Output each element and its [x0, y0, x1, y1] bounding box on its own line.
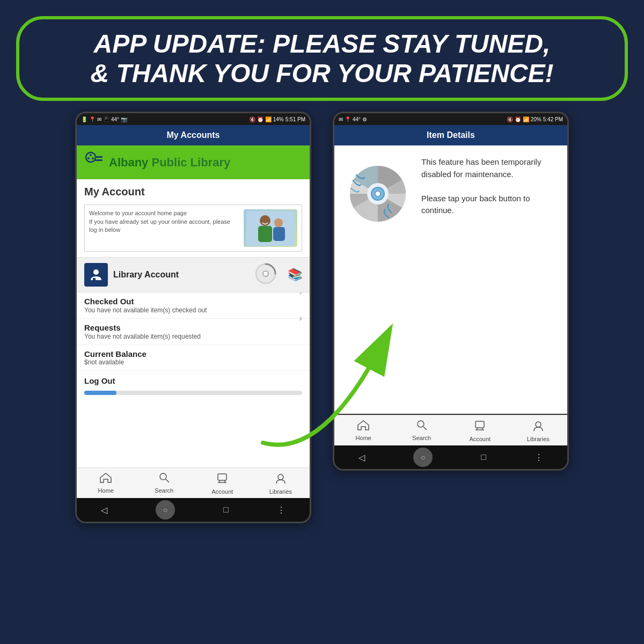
requests-desc: You have not available item(s) requested [84, 333, 302, 340]
svg-rect-10 [273, 227, 285, 241]
banner: APP UPDATE: PLEASE STAY TUNED, & THANK Y… [16, 16, 628, 101]
nav-home[interactable]: Home [77, 472, 135, 495]
right-nav-search[interactable]: Search [393, 420, 451, 442]
nav-libraries-label: Libraries [269, 488, 292, 495]
svg-point-0 [86, 152, 96, 162]
svg-point-26 [418, 421, 424, 427]
svg-rect-4 [95, 156, 103, 158]
balance-section: Current Balance $not available [77, 345, 310, 371]
alarm-icon: ⏰ [257, 116, 264, 122]
svg-point-2 [87, 157, 90, 159]
checked-out-title: Checked Out [84, 297, 134, 306]
left-phone: 🔋 📍 ✉ 📱 44° 📷 🔇 ⏰ 📶 14% 5:51 PM My Accou… [75, 112, 311, 523]
svg-point-25 [375, 191, 380, 196]
right-phone: ✉ 📍 44° ⚙ 🔇 ⏰ 📶 20% 5:42 PM Item Details [333, 112, 569, 471]
cd-icon-area [343, 156, 413, 226]
books-icon: 📚 [288, 268, 302, 282]
right-bottom-nav: Home Search Account Libraries [334, 415, 567, 445]
requests-chevron-icon: › [299, 313, 302, 323]
right-nav-account[interactable]: Account [451, 420, 509, 442]
balance-value: $not available [84, 358, 302, 366]
recents-button[interactable]: □ [223, 505, 229, 515]
balance-title: Current Balance [84, 349, 302, 358]
scrollbar-area [84, 391, 302, 395]
right-status-bar: ✉ 📍 44° ⚙ 🔇 ⏰ 📶 20% 5:42 PM [334, 113, 567, 125]
svg-point-9 [274, 218, 283, 227]
mail-icon: ✉ [97, 116, 101, 122]
right-back-button[interactable]: ◁ [358, 452, 365, 463]
scrollbar-thumb [84, 391, 116, 395]
left-bottom-nav: Home Search Account Libraries [77, 467, 310, 498]
right-nav-libraries-label: Libraries [527, 436, 550, 442]
phone-icon: 📱 [103, 116, 109, 122]
library-name: Albany Public Library [109, 156, 230, 170]
right-menu-button[interactable]: ⋮ [535, 452, 543, 463]
search-icon [159, 472, 170, 486]
left-app-header: My Accounts [77, 125, 310, 145]
right-nav-libraries[interactable]: Libraries [509, 420, 568, 442]
right-mute-icon: 🔇 [507, 116, 513, 122]
left-android-nav: ◁ ○ □ ⋮ [77, 498, 310, 522]
svg-rect-8 [258, 226, 272, 242]
camera-icon: 📷 [121, 116, 127, 122]
svg-point-21 [278, 474, 283, 480]
nav-libraries[interactable]: Libraries [252, 472, 310, 495]
svg-line-27 [423, 427, 427, 430]
right-alarm-icon: ⏰ [515, 116, 521, 122]
library-logo-icon [84, 151, 104, 174]
right-search-icon [416, 420, 427, 433]
phones-container: 🔋 📍 ✉ 📱 44° 📷 🔇 ⏰ 📶 14% 5:51 PM My Accou… [0, 112, 644, 523]
right-nav-search-label: Search [412, 435, 431, 441]
right-header-title: Item Details [427, 130, 475, 140]
svg-point-14 [263, 271, 268, 276]
left-phone-content: Albany Public Library My Account Welcome… [77, 145, 310, 467]
svg-point-1 [90, 154, 92, 156]
right-location-icon: 📍 [345, 116, 351, 122]
my-account-title: My Account [84, 186, 145, 197]
svg-point-15 [160, 473, 166, 480]
home-icon [100, 472, 112, 486]
nav-search[interactable]: Search [135, 472, 194, 495]
checked-out-section[interactable]: Checked Out › You have not available ite… [77, 292, 310, 319]
battery-icon: 🔋 [81, 116, 87, 122]
checked-out-desc: You have not available item(s) checked o… [84, 306, 302, 314]
right-app-header: Item Details [334, 125, 567, 145]
mute-icon: 🔇 [249, 116, 255, 122]
signal-icon: 📶 [265, 116, 272, 122]
library-logo-bar: Albany Public Library [77, 145, 310, 179]
svg-rect-12 [93, 278, 96, 282]
right-status-left: ✉ 📍 44° ⚙ [339, 116, 367, 122]
right-time-text: 5:42 PM [543, 116, 563, 122]
right-recents-button[interactable]: □ [481, 452, 486, 462]
time-text: 5:51 PM [286, 116, 305, 122]
battery-pct: 14% [273, 116, 284, 122]
right-settings-icon: ⚙ [362, 116, 367, 122]
banner-text: APP UPDATE: PLEASE STAY TUNED, & THANK Y… [41, 29, 603, 88]
nav-account[interactable]: Account [193, 472, 252, 495]
requests-section[interactable]: Requests › You have not available item(s… [77, 319, 310, 345]
library-account-icon [84, 263, 108, 287]
right-mail-icon: ✉ [339, 116, 343, 122]
banner-line1: APP UPDATE: PLEASE STAY TUNED, [94, 30, 551, 58]
location-icon: 📍 [89, 116, 96, 122]
log-out-label: Log Out [84, 376, 115, 385]
cd-icon [346, 162, 410, 226]
my-account-header: My Account [77, 179, 310, 200]
library-name-part1: Albany [109, 156, 151, 169]
right-nav-home[interactable]: Home [334, 420, 393, 442]
right-libraries-icon [532, 420, 544, 434]
right-temp: 44° [353, 116, 361, 122]
right-home-button[interactable]: ○ [413, 448, 433, 467]
home-button[interactable]: ○ [156, 500, 175, 519]
welcome-line2: If you have already set up your online a… [89, 218, 238, 235]
log-out-button[interactable]: Log Out [77, 371, 310, 391]
welcome-line1: Welcome to your account home page [89, 209, 238, 217]
back-button[interactable]: ◁ [101, 505, 107, 515]
menu-button[interactable]: ⋮ [277, 505, 286, 515]
svg-point-3 [92, 157, 94, 159]
account-welcome-box: Welcome to your account home page If you… [84, 204, 302, 252]
item-details-content: This feature has been temporarily disabl… [334, 145, 567, 414]
library-name-part2: Public Library [151, 156, 230, 169]
library-account-row[interactable]: Library Account 📚 [77, 257, 310, 292]
banner-line2: & THANK YOU FOR YOUR PATIENCE! [90, 59, 553, 87]
